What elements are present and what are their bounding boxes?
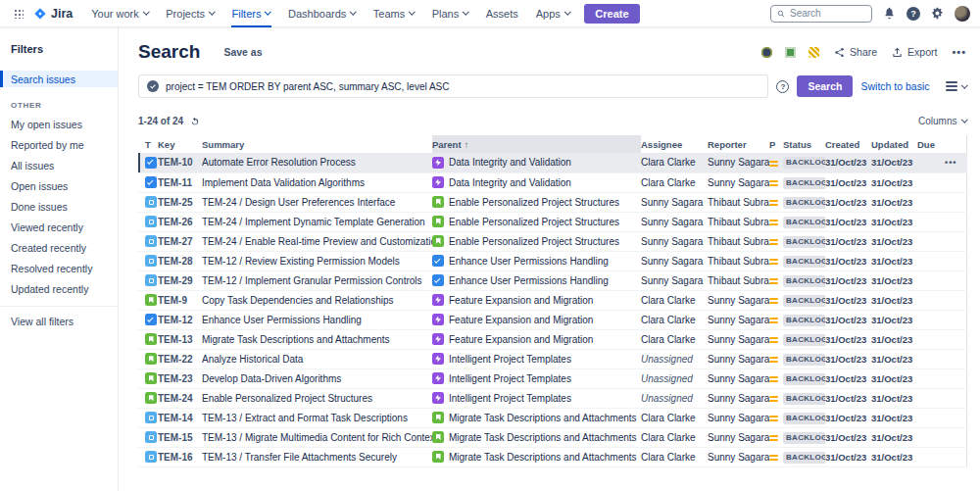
notifications-bell-icon[interactable] [883, 7, 896, 20]
parent-link[interactable]: Migrate Task Descriptions and Attachment… [449, 432, 637, 443]
table-row[interactable]: TEM-12 Enhance User Permissions Handling… [138, 310, 967, 329]
search-button[interactable]: Search [797, 75, 853, 97]
table-row[interactable]: TEM-9 Copy Task Dependencies and Relatio… [138, 290, 967, 310]
issue-summary[interactable]: TEM-12 / Implement Granular Permission C… [202, 270, 432, 290]
column-header-p[interactable]: P [769, 135, 783, 153]
sidebar-item-resolved-recently[interactable]: Resolved recently [0, 258, 118, 278]
parent-link[interactable]: Intelligent Project Templates [449, 393, 571, 404]
parent-link[interactable]: Migrate Task Descriptions and Attachment… [449, 452, 637, 463]
column-header-summary[interactable]: Summary [202, 135, 432, 153]
jira-logo[interactable]: Jira [27, 7, 82, 21]
addon-icon-3[interactable] [808, 47, 819, 58]
addon-icon-1[interactable] [761, 47, 772, 58]
view-options-toggle[interactable] [946, 81, 967, 90]
nav-item-dashboards[interactable]: Dashboards [279, 0, 365, 26]
issue-key[interactable]: TEM-28 [158, 251, 202, 270]
table-row[interactable]: TEM-10 Automate Error Resolution Process… [138, 153, 967, 172]
column-header-t[interactable]: T [138, 135, 158, 153]
nav-item-assets[interactable]: Assets [477, 0, 527, 26]
issue-key[interactable]: TEM-9 [158, 290, 202, 310]
sidebar-item-all-issues[interactable]: All issues [0, 155, 118, 175]
nav-item-plans[interactable]: Plans [423, 0, 477, 26]
table-row[interactable]: TEM-22 Analyze Historical Data Intellige… [138, 349, 967, 368]
issue-summary[interactable]: TEM-13 / Extract and Format Task Descrip… [202, 408, 432, 427]
parent-link[interactable]: Enhance User Permissions Handling [449, 256, 609, 267]
parent-link[interactable]: Feature Expansion and Migration [449, 334, 593, 345]
switch-to-basic-link[interactable]: Switch to basic [860, 80, 929, 92]
column-header-reporter[interactable]: Reporter [708, 135, 769, 153]
parent-link[interactable]: Intelligent Project Templates [449, 373, 571, 384]
help-icon[interactable]: ? [906, 7, 920, 21]
sidebar-item-open-issues[interactable]: Open issues [0, 175, 118, 196]
issue-key[interactable]: TEM-23 [158, 368, 202, 388]
addon-icon-2[interactable] [785, 47, 796, 58]
issue-summary[interactable]: TEM-24 / Enable Real-time Preview and Cu… [202, 231, 432, 251]
sidebar-item-my-open-issues[interactable]: My open issues [0, 114, 118, 134]
issue-summary[interactable]: Enable Personalized Project Structures [202, 388, 432, 408]
parent-link[interactable]: Enhance User Permissions Handling [449, 275, 609, 286]
save-as-button[interactable]: Save as [223, 46, 262, 58]
row-actions-icon[interactable]: ••• [945, 158, 956, 168]
nav-item-apps[interactable]: Apps [527, 0, 579, 26]
global-search[interactable] [770, 5, 872, 23]
column-header-due[interactable]: Due [917, 135, 945, 153]
export-button[interactable]: Export [892, 46, 937, 58]
table-row[interactable]: TEM-25 TEM-24 / Design User Preferences … [138, 192, 967, 212]
issue-summary[interactable]: Enhance User Permissions Handling [202, 310, 432, 329]
column-header-created[interactable]: Created [825, 135, 871, 153]
parent-link[interactable]: Feature Expansion and Migration [449, 315, 593, 325]
table-row[interactable]: TEM-27 TEM-24 / Enable Real-time Preview… [138, 231, 967, 251]
issue-key[interactable]: TEM-15 [158, 427, 202, 447]
issue-summary[interactable]: TEM-24 / Design User Preferences Interfa… [202, 192, 432, 212]
more-options-icon[interactable]: ••• [952, 46, 966, 58]
app-switcher-icon[interactable] [10, 5, 27, 23]
issue-key[interactable]: TEM-13 [158, 329, 202, 349]
sidebar-item-view-all-filters[interactable]: View all filters [0, 306, 118, 336]
settings-gear-icon[interactable] [931, 7, 944, 20]
table-row[interactable]: TEM-28 TEM-12 / Review Existing Permissi… [138, 251, 967, 270]
column-header-updated[interactable]: Updated [871, 135, 917, 153]
issue-key[interactable]: TEM-27 [158, 231, 202, 251]
table-row[interactable]: TEM-15 TEM-13 / Migrate Multimedia Conte… [138, 427, 967, 447]
parent-link[interactable]: Data Integrity and Validation [449, 177, 571, 188]
create-button[interactable]: Create [584, 4, 639, 24]
issue-summary[interactable]: Analyze Historical Data [202, 349, 432, 368]
table-row[interactable]: TEM-16 TEM-13 / Transfer File Attachment… [138, 447, 967, 466]
sidebar-item-updated-recently[interactable]: Updated recently [0, 278, 118, 299]
sidebar-item-viewed-recently[interactable]: Viewed recently [0, 217, 118, 237]
parent-link[interactable]: Migrate Task Descriptions and Attachment… [449, 413, 637, 423]
sidebar-item-done-issues[interactable]: Done issues [0, 196, 118, 217]
issue-summary[interactable]: Implement Data Validation Algorithms [202, 172, 432, 192]
column-header-status[interactable]: Status [783, 135, 825, 153]
issue-key[interactable]: TEM-26 [158, 212, 202, 231]
user-avatar[interactable] [955, 6, 970, 22]
nav-item-your-work[interactable]: Your work [82, 0, 157, 26]
issue-summary[interactable]: Develop Data-Driven Algorithms [202, 368, 432, 388]
table-row[interactable]: TEM-24 Enable Personalized Project Struc… [138, 388, 967, 408]
nav-item-filters[interactable]: Filters [223, 0, 279, 26]
parent-link[interactable]: Enable Personalized Project Structures [449, 217, 619, 227]
table-row[interactable]: TEM-23 Develop Data-Driven Algorithms In… [138, 368, 967, 388]
issue-summary[interactable]: TEM-13 / Migrate Multimedia Content for … [202, 427, 432, 447]
issue-key[interactable]: TEM-25 [158, 192, 202, 212]
column-header-key[interactable]: Key [158, 135, 202, 153]
nav-item-projects[interactable]: Projects [157, 0, 222, 26]
parent-link[interactable]: Data Integrity and Validation [449, 157, 571, 168]
column-header-parent[interactable]: Parent↑ [432, 135, 641, 153]
sidebar-item-created-recently[interactable]: Created recently [0, 237, 118, 258]
sidebar-item-search-issues[interactable]: Search issues [0, 71, 118, 87]
table-row[interactable]: TEM-11 Implement Data Validation Algorit… [138, 172, 967, 192]
jql-query-input[interactable]: project = TEM ORDER BY parent ASC, summa… [138, 74, 768, 98]
issue-summary[interactable]: Automate Error Resolution Process [202, 153, 432, 172]
refresh-icon[interactable] [190, 117, 200, 126]
issue-summary[interactable]: TEM-24 / Implement Dynamic Template Gene… [202, 212, 432, 231]
issue-key[interactable]: TEM-29 [158, 270, 202, 290]
parent-link[interactable]: Intelligent Project Templates [449, 354, 571, 365]
table-row[interactable]: TEM-26 TEM-24 / Implement Dynamic Templa… [138, 212, 967, 231]
nav-item-teams[interactable]: Teams [365, 0, 423, 26]
issue-key[interactable]: TEM-12 [158, 310, 202, 329]
issue-key[interactable]: TEM-22 [158, 349, 202, 368]
sidebar-item-reported-by-me[interactable]: Reported by me [0, 134, 118, 155]
issue-key[interactable]: TEM-16 [158, 447, 202, 466]
table-row[interactable]: TEM-29 TEM-12 / Implement Granular Permi… [138, 270, 967, 290]
